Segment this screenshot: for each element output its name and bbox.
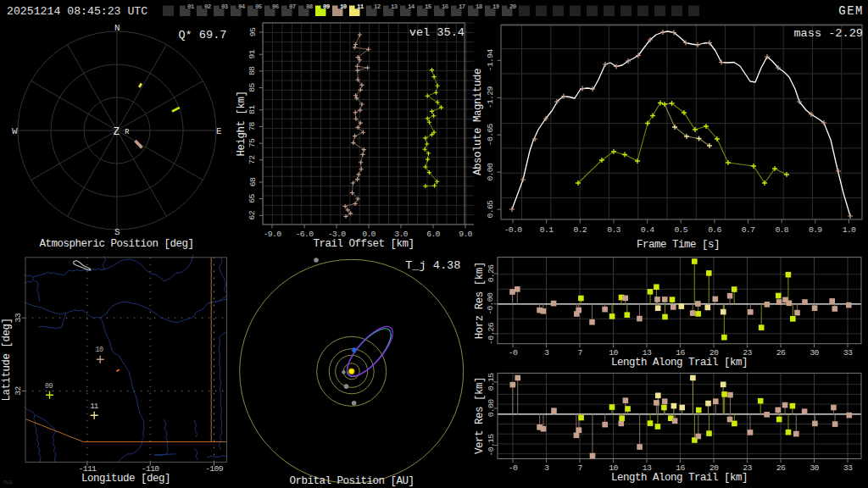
svg-text:75: 75 xyxy=(248,138,258,147)
svg-text:88: 88 xyxy=(248,66,258,75)
svg-text:Longitude [deg]: Longitude [deg] xyxy=(81,473,170,485)
svg-text:0.65: 0.65 xyxy=(486,200,495,219)
svg-text:Horz Res [km]: Horz Res [km] xyxy=(474,262,486,339)
svg-text:78: 78 xyxy=(248,121,258,130)
svg-text:R: R xyxy=(125,128,129,136)
svg-text:68: 68 xyxy=(248,177,258,186)
svg-text:91: 91 xyxy=(248,49,258,58)
svg-text:Latitude [deg]: Latitude [deg] xyxy=(2,319,14,402)
svg-text:08: 08 xyxy=(306,3,314,10)
svg-text:-1.94: -1.94 xyxy=(486,49,495,72)
svg-text:20: 20 xyxy=(509,3,517,10)
svg-text:0.00: 0.00 xyxy=(487,399,496,418)
svg-text:19: 19 xyxy=(492,3,499,10)
svg-text:32: 32 xyxy=(14,386,23,396)
svg-text:vel 35.4: vel 35.4 xyxy=(409,26,465,39)
svg-text:05: 05 xyxy=(255,3,263,10)
svg-text:-1.29: -1.29 xyxy=(486,86,495,109)
svg-text:-0.26: -0.26 xyxy=(487,322,496,345)
svg-text:-0: -0 xyxy=(509,463,518,473)
svg-text:07: 07 xyxy=(289,3,296,10)
svg-text:S: S xyxy=(114,227,120,237)
svg-text:11: 11 xyxy=(357,3,364,10)
svg-text:Vert Res [km]: Vert Res [km] xyxy=(474,377,486,454)
svg-text:0.00: 0.00 xyxy=(486,163,495,181)
svg-text:9.0: 9.0 xyxy=(459,230,472,239)
svg-text:-0.00: -0.00 xyxy=(487,292,496,315)
svg-text:04: 04 xyxy=(238,3,246,10)
svg-text:Length Along Trail [km]: Length Along Trail [km] xyxy=(611,472,748,484)
svg-text:Orbital Position [AU]: Orbital Position [AU] xyxy=(289,475,414,487)
svg-text:85: 85 xyxy=(248,83,258,92)
svg-text:20251214 08:45:23 UTC: 20251214 08:45:23 UTC xyxy=(7,5,147,18)
svg-text:W: W xyxy=(12,126,18,136)
svg-text:0.3: 0.3 xyxy=(607,225,620,235)
svg-text:1.0: 1.0 xyxy=(843,225,856,235)
svg-text:mass -2.29: mass -2.29 xyxy=(793,27,863,40)
svg-text:Q* 69.7: Q* 69.7 xyxy=(178,29,226,42)
svg-text:33: 33 xyxy=(14,313,23,322)
svg-text:3: 3 xyxy=(544,348,549,358)
svg-text:3: 3 xyxy=(544,463,549,473)
svg-text:-110: -110 xyxy=(142,464,160,474)
svg-text:11: 11 xyxy=(91,402,98,411)
svg-text:33: 33 xyxy=(843,463,853,473)
svg-text:Trail Offset [km]: Trail Offset [km] xyxy=(313,238,414,250)
svg-text:-6.0: -6.0 xyxy=(296,230,314,239)
svg-text:-0: -0 xyxy=(509,348,518,358)
svg-text:7: 7 xyxy=(577,348,582,358)
svg-text:13: 13 xyxy=(391,3,398,10)
svg-text:Atmospheric Position [deg]: Atmospheric Position [deg] xyxy=(39,238,193,250)
svg-text:Absolute Magnitude: Absolute Magnitude xyxy=(472,69,484,175)
svg-text:10: 10 xyxy=(340,3,348,10)
svg-text:15: 15 xyxy=(425,3,432,10)
svg-text:01: 01 xyxy=(187,3,195,10)
svg-text:81: 81 xyxy=(248,105,258,114)
svg-text:09: 09 xyxy=(45,382,53,391)
svg-text:0.26: 0.26 xyxy=(487,264,496,283)
svg-text:12: 12 xyxy=(374,3,381,10)
svg-text:-0.15: -0.15 xyxy=(487,434,496,457)
svg-text:-111: -111 xyxy=(79,464,97,474)
svg-text:65: 65 xyxy=(248,194,258,203)
svg-text:0.8: 0.8 xyxy=(775,225,788,235)
svg-text:17: 17 xyxy=(459,3,465,10)
svg-text:06: 06 xyxy=(272,3,280,10)
svg-text:0.4: 0.4 xyxy=(641,225,654,235)
svg-text:GEM: GEM xyxy=(838,4,864,18)
svg-text:33: 33 xyxy=(843,348,853,358)
svg-text:Length Along Trail [km]: Length Along Trail [km] xyxy=(611,357,748,369)
svg-text:E: E xyxy=(216,126,222,136)
svg-text:-109: -109 xyxy=(205,464,224,474)
svg-text:10: 10 xyxy=(96,346,103,354)
svg-text:30: 30 xyxy=(810,348,819,358)
svg-text:16: 16 xyxy=(442,3,449,10)
svg-text:-0.0: -0.0 xyxy=(504,225,523,235)
svg-text:T_j 4.38: T_j 4.38 xyxy=(405,259,460,272)
svg-text:-9.0: -9.0 xyxy=(264,230,282,239)
svg-text:09: 09 xyxy=(323,3,330,10)
svg-text:Frame Time [s]: Frame Time [s] xyxy=(637,239,720,251)
svg-text:0.6: 0.6 xyxy=(708,225,721,235)
svg-text:0.15: 0.15 xyxy=(487,373,496,391)
svg-text:7: 7 xyxy=(577,463,582,473)
svg-text:N: N xyxy=(114,23,120,33)
svg-text:26: 26 xyxy=(776,348,786,358)
svg-text:0.5: 0.5 xyxy=(674,225,687,235)
svg-text:72: 72 xyxy=(248,155,258,164)
svg-text:0.2: 0.2 xyxy=(574,225,587,235)
svg-text:-0.65: -0.65 xyxy=(486,123,495,146)
svg-text:0.9: 0.9 xyxy=(809,225,822,235)
svg-text:62: 62 xyxy=(248,210,258,219)
svg-text:PyLE: PyLE xyxy=(3,480,14,485)
svg-text:02: 02 xyxy=(204,3,211,10)
svg-text:26: 26 xyxy=(776,463,786,473)
svg-text:95: 95 xyxy=(248,27,258,36)
svg-text:18: 18 xyxy=(476,3,483,10)
svg-text:Height [km]: Height [km] xyxy=(236,91,248,156)
svg-text:03: 03 xyxy=(221,3,229,10)
svg-text:6.0: 6.0 xyxy=(426,230,440,239)
svg-text:0.1: 0.1 xyxy=(540,225,554,235)
svg-text:30: 30 xyxy=(810,463,819,473)
svg-text:0.7: 0.7 xyxy=(742,225,755,235)
